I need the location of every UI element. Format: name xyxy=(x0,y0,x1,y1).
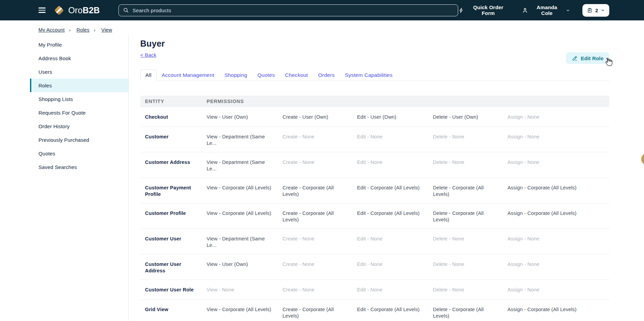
permission-cell: View - Department (Same Le... xyxy=(207,134,283,147)
permission-cell: Edit - Corporate (All Levels) xyxy=(357,306,433,319)
entity-cell: Customer Payment Profile xyxy=(145,185,207,198)
permission-cell: View - Corporate (All Levels) xyxy=(207,210,283,223)
permission-cell: Edit - None xyxy=(357,236,433,249)
chevron-down-icon xyxy=(601,8,605,12)
permission-cell: Create - None xyxy=(283,134,357,147)
permission-cell: Delete - None xyxy=(433,261,508,274)
permission-cell: Delete - Corporate (All Levels) xyxy=(433,306,508,319)
permission-cell: Delete - None xyxy=(433,134,508,147)
page-title: Buyer xyxy=(140,39,609,49)
brand-diamond-icon xyxy=(53,4,65,16)
permission-cell: Create - User (Own) xyxy=(283,114,357,121)
entity-column-header: ENTITY xyxy=(145,98,207,105)
permission-cell: Assign - None xyxy=(508,287,609,294)
user-icon xyxy=(522,7,528,14)
tab-all[interactable]: All xyxy=(140,69,157,81)
user-menu[interactable]: Amanda Cole xyxy=(522,4,570,16)
sidebar-item-saved-searches[interactable]: Saved Searches xyxy=(30,160,128,174)
permission-cell: Delete - None xyxy=(433,287,508,294)
main-content: Buyer < Back Edit Role All Account Manag… xyxy=(129,35,644,321)
permission-cell: View - User (Own) xyxy=(207,261,283,274)
table-row: CheckoutView - User (Own)Create - User (… xyxy=(140,107,609,127)
permission-cell: Assign - None xyxy=(508,134,609,147)
permission-cell: View - None xyxy=(207,287,283,294)
permission-cell: Assign - Corporate (All Levels) xyxy=(508,210,609,223)
tab-orders[interactable]: Orders xyxy=(313,69,340,81)
sidebar-item-requests-for-quote[interactable]: Requests For Quote xyxy=(30,106,128,119)
permission-cell: Create - Corporate (All Levels) xyxy=(283,210,357,223)
brand-logo-text: OroB2B xyxy=(68,5,100,15)
table-header: ENTITY PERMISSIONS xyxy=(140,96,609,107)
permission-cell: Delete - None xyxy=(433,159,508,172)
breadcrumb-link[interactable]: View xyxy=(101,27,112,33)
table-row: Grid ViewView - Corporate (All Levels)Cr… xyxy=(140,300,609,321)
permission-cell: Create - None xyxy=(283,159,357,172)
entity-cell: Customer xyxy=(145,134,207,147)
permission-cell: Create - None xyxy=(283,287,357,294)
sidebar-item-quotes[interactable]: Quotes xyxy=(30,147,128,160)
permission-cell: Delete - Corporate (All Levels) xyxy=(433,185,508,198)
brand-logo[interactable]: OroB2B xyxy=(53,4,100,16)
cart-count: 2 xyxy=(595,7,598,13)
permission-cell: View - Corporate (All Levels) xyxy=(207,185,283,198)
permission-cell: Create - Corporate (All Levels) xyxy=(283,306,357,319)
permission-cell: View - Department (Same Le... xyxy=(207,159,283,172)
sidebar-item-order-history[interactable]: Order History xyxy=(30,119,128,133)
entity-cell: Customer Profile xyxy=(145,210,207,223)
table-row: Customer Payment ProfileView - Corporate… xyxy=(140,178,609,203)
breadcrumb-link[interactable]: My Account xyxy=(38,27,65,33)
tab-account-management[interactable]: Account Management xyxy=(157,69,219,81)
sidebar-item-users[interactable]: Users xyxy=(30,65,128,79)
permission-cell: Assign - None xyxy=(508,236,609,249)
quick-order-form-link[interactable]: Quick Order Form xyxy=(458,4,510,16)
entity-cell: Checkout xyxy=(145,114,207,121)
permission-cell: Edit - User (Own) xyxy=(357,114,433,121)
permission-cell: Edit - Corporate (All Levels) xyxy=(357,185,433,198)
entity-cell: Customer User Address xyxy=(145,261,207,274)
breadcrumb: My Account› Roles› View› xyxy=(0,20,644,35)
breadcrumb-separator-icon: › xyxy=(69,28,71,33)
permission-cell: View - Department (Same Le... xyxy=(207,236,283,249)
entity-cell: Grid View xyxy=(145,306,207,319)
permission-cell: View - User (Own) xyxy=(207,114,283,121)
permission-cell: Edit - None xyxy=(357,287,433,294)
top-navbar: OroB2B Quick Order Form Amanda Col xyxy=(0,0,644,20)
sidebar-item-shopping-lists[interactable]: Shopping Lists xyxy=(30,92,128,106)
sidebar-item-roles[interactable]: Roles xyxy=(30,79,128,92)
breadcrumb-separator-icon: › xyxy=(94,28,96,33)
shopping-list-button[interactable]: 2 xyxy=(582,4,609,17)
permission-cell: Assign - None xyxy=(508,114,609,121)
permission-cell: Edit - None xyxy=(357,134,433,147)
hamburger-menu-icon[interactable] xyxy=(38,7,46,13)
back-link[interactable]: < Back xyxy=(140,52,156,58)
chevron-down-icon xyxy=(566,8,570,13)
sidebar-item-previously-purchased[interactable]: Previously Purchased xyxy=(30,133,128,147)
lightning-icon xyxy=(458,7,464,14)
breadcrumb-link[interactable]: Roles xyxy=(77,27,90,33)
table-row: Customer User RoleView - NoneCreate - No… xyxy=(140,280,609,300)
entity-cell: Customer User xyxy=(145,236,207,249)
permissions-column-header: PERMISSIONS xyxy=(207,98,609,105)
table-row: Customer UserView - Department (Same Le.… xyxy=(140,229,609,254)
permission-cell: Create - None xyxy=(283,236,357,249)
clipboard-icon xyxy=(587,7,593,14)
permission-cell: Assign - None xyxy=(508,261,609,274)
search-input[interactable] xyxy=(132,7,454,13)
product-search xyxy=(118,4,458,16)
sidebar-item-address-book[interactable]: Address Book xyxy=(30,51,128,65)
entity-cell: Customer Address xyxy=(145,159,207,172)
edit-role-button[interactable]: Edit Role xyxy=(566,52,609,64)
tab-system-capabilities[interactable]: System Capabilities xyxy=(340,69,398,81)
permission-cell: Delete - None xyxy=(433,236,508,249)
table-row: Customer ProfileView - Corporate (All Le… xyxy=(140,203,609,229)
permission-cell: Assign - Corporate (All Levels) xyxy=(508,306,609,319)
permission-cell: Edit - None xyxy=(357,159,433,172)
permission-cell: View - Corporate (All Levels) xyxy=(207,306,283,319)
permission-cell: Assign - None xyxy=(508,159,609,172)
permission-cell: Assign - Corporate (All Levels) xyxy=(508,185,609,198)
tab-quotes[interactable]: Quotes xyxy=(252,69,280,81)
tab-checkout[interactable]: Checkout xyxy=(280,69,313,81)
tab-shopping[interactable]: Shopping xyxy=(219,69,252,81)
sidebar-item-my-profile[interactable]: My Profile xyxy=(30,38,128,51)
entity-cell: Customer User Role xyxy=(145,287,207,294)
